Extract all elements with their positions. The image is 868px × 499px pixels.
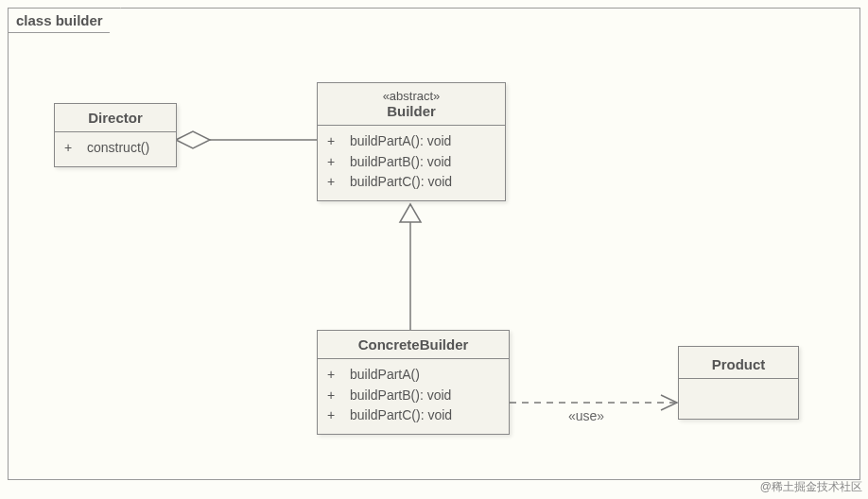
class-builder-title: «abstract» Builder <box>318 83 505 126</box>
method-row: + buildPartA(): void <box>327 131 495 152</box>
visibility: + <box>327 131 339 152</box>
method-sig: buildPartA() <box>350 365 420 386</box>
frame-title: class builder <box>8 8 121 33</box>
use-label: «use» <box>568 408 604 423</box>
class-concrete-builder: ConcreteBuilder + buildPartA() + buildPa… <box>317 330 510 435</box>
method-row: + buildPartB(): void <box>327 386 499 406</box>
method-sig: buildPartC(): void <box>350 172 452 193</box>
class-director-title: Director <box>55 104 176 132</box>
class-name: ConcreteBuilder <box>331 336 495 353</box>
visibility: + <box>327 172 339 193</box>
method-sig: buildPartC(): void <box>350 405 452 426</box>
visibility: + <box>327 365 339 386</box>
class-concrete-title: ConcreteBuilder <box>318 331 509 359</box>
class-concrete-body: + buildPartA() + buildPartB(): void + bu… <box>318 359 509 434</box>
class-builder-body: + buildPartA(): void + buildPartB(): voi… <box>318 126 505 200</box>
method-row: + construct() <box>64 138 166 159</box>
class-name: Product <box>692 356 785 372</box>
diagram-frame: class builder Director + construct() «ab… <box>8 8 860 480</box>
method-sig: construct() <box>87 138 149 159</box>
class-director-body: + construct() <box>55 132 176 166</box>
visibility: + <box>64 138 76 159</box>
method-sig: buildPartA(): void <box>350 131 451 152</box>
method-row: + buildPartC(): void <box>327 172 495 193</box>
visibility: + <box>327 152 339 173</box>
visibility: + <box>327 405 339 426</box>
method-row: + buildPartA() <box>327 365 499 386</box>
method-sig: buildPartB(): void <box>350 386 451 406</box>
watermark: @稀土掘金技术社区 <box>760 479 862 495</box>
method-row: + buildPartC(): void <box>327 405 499 426</box>
class-builder: «abstract» Builder + buildPartA(): void … <box>317 82 506 201</box>
svg-marker-3 <box>400 204 421 222</box>
visibility: + <box>327 386 339 406</box>
stereotype: «abstract» <box>331 89 492 103</box>
svg-marker-1 <box>176 131 210 148</box>
class-product-body <box>679 378 798 414</box>
method-row: + buildPartB(): void <box>327 152 495 173</box>
class-director: Director + construct() <box>54 103 177 167</box>
class-product: Product <box>678 346 799 420</box>
class-product-title: Product <box>679 347 798 378</box>
class-name: Director <box>68 110 163 126</box>
method-sig: buildPartB(): void <box>350 152 451 173</box>
class-name: Builder <box>331 103 492 119</box>
